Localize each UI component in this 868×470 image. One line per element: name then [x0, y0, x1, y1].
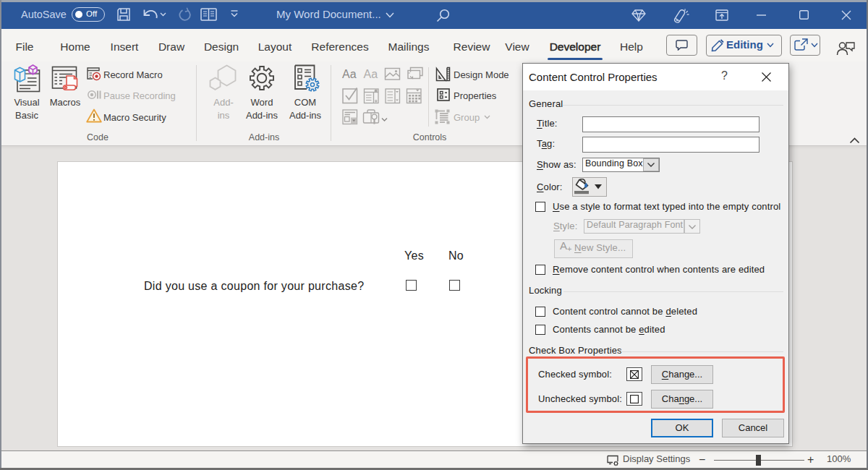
svg-text:Aa: Aa — [342, 68, 357, 80]
svg-text:Aa: Aa — [364, 68, 378, 80]
